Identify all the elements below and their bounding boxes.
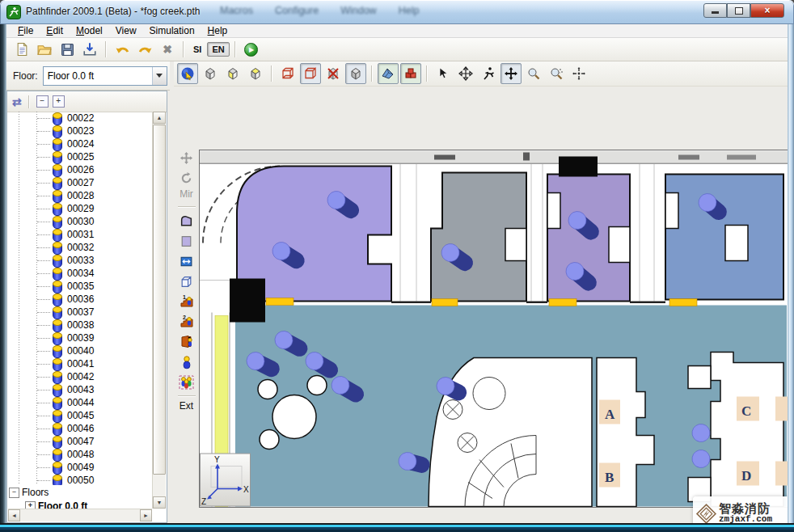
obstruction-block[interactable] xyxy=(559,157,598,177)
tree-item-occupant[interactable]: 00039 xyxy=(8,331,152,344)
save-button[interactable] xyxy=(57,39,78,60)
tree-item-occupant[interactable]: 00037 xyxy=(8,306,152,319)
add-occupant-two-tool[interactable]: 2 xyxy=(176,312,197,331)
tree-item-occupant[interactable]: 00030 xyxy=(8,215,152,228)
menu-file[interactable]: File xyxy=(11,25,40,36)
tree-item-occupant[interactable]: 00025 xyxy=(8,150,152,163)
tree-item-occupant[interactable]: 00022 xyxy=(8,112,152,125)
occupant-icon xyxy=(53,293,62,306)
show-objects-button[interactable] xyxy=(400,63,421,84)
simulate-walk-button[interactable] xyxy=(478,63,499,84)
wireframe-button[interactable] xyxy=(277,63,298,84)
delete-button[interactable]: ✖ xyxy=(157,39,178,60)
minimize-button[interactable] xyxy=(703,3,727,18)
undo-button[interactable] xyxy=(112,39,133,60)
menu-help[interactable]: Help xyxy=(201,25,234,36)
tree-item-occupant[interactable]: 00038 xyxy=(8,319,152,331)
tree-item-occupant[interactable]: 00024 xyxy=(8,137,152,150)
tree-item-occupant[interactable]: 00043 xyxy=(8,383,152,396)
redo-button[interactable] xyxy=(134,39,155,60)
door-tool[interactable] xyxy=(176,251,197,271)
tree-item-occupant[interactable]: 00040 xyxy=(8,344,152,357)
outline-button[interactable] xyxy=(300,63,321,84)
expand-all-button[interactable]: + xyxy=(53,95,65,108)
pan-tool-button[interactable] xyxy=(500,63,522,84)
close-button[interactable]: × xyxy=(750,3,784,18)
scroll-up-arrow[interactable]: ▲ xyxy=(153,112,166,124)
stairs-prism-tool[interactable] xyxy=(176,272,197,291)
select-tool-button[interactable] xyxy=(433,63,454,84)
new-file-button[interactable] xyxy=(11,39,32,60)
tree-item-occupant[interactable]: 00045 xyxy=(8,409,152,422)
units-en-button[interactable]: EN xyxy=(207,42,229,57)
move-disabled-button[interactable] xyxy=(176,148,197,167)
extract-button[interactable]: Ext xyxy=(179,400,193,415)
menu-edit[interactable]: Edit xyxy=(40,25,70,36)
menu-model[interactable]: Model xyxy=(70,25,109,36)
tree-item-occupant[interactable]: 00041 xyxy=(8,357,152,370)
tree-item-occupant[interactable]: 00049 xyxy=(8,461,152,474)
tree-item-occupant[interactable]: 00028 xyxy=(8,189,152,202)
room-blue[interactable] xyxy=(665,175,783,300)
exit-door-occupant-tool[interactable] xyxy=(176,332,197,352)
tree-item-occupant[interactable]: 00047 xyxy=(8,435,152,448)
floor-select[interactable]: Floor 0.0 ft xyxy=(43,66,167,86)
units-si-button[interactable]: SI xyxy=(189,43,205,56)
perspective-view-button[interactable] xyxy=(177,63,198,84)
tree-item-occupant[interactable]: 00023 xyxy=(8,125,152,137)
tree-item-occupant[interactable]: 00044 xyxy=(8,396,152,409)
refresh-filter-icon[interactable]: ⇄ xyxy=(12,95,22,108)
tree-item-occupant[interactable]: 00036 xyxy=(8,293,152,306)
move-objects-button[interactable] xyxy=(455,63,476,84)
menu-simulation[interactable]: Simulation xyxy=(143,25,201,36)
tree-item-occupant[interactable]: 00035 xyxy=(8,280,152,293)
obstruction-block[interactable] xyxy=(230,279,265,323)
tree-horizontal-scrollbar[interactable]: ◄ ► xyxy=(8,509,152,521)
tree-item-occupant[interactable]: 00048 xyxy=(8,448,152,461)
tree-item-occupant[interactable]: 00026 xyxy=(8,163,152,176)
show-solid-button[interactable] xyxy=(345,63,366,84)
hide-solid-button[interactable] xyxy=(323,63,344,84)
tree-vertical-scrollbar[interactable]: ▲ ▼ xyxy=(152,112,166,509)
tree-item-floors[interactable]: − Floors xyxy=(9,486,49,499)
zoom-tool-button[interactable] xyxy=(523,63,544,84)
tree-item-occupant[interactable]: 00027 xyxy=(8,176,152,189)
title-bar[interactable]: Pathfinder 2009.1 (Beta) - *fog creek.pt… xyxy=(0,0,794,25)
tree-item-occupant[interactable]: 00029 xyxy=(8,202,152,215)
collapse-all-button[interactable]: − xyxy=(36,95,49,108)
tree-guide-line xyxy=(36,112,37,485)
tree-item-occupant[interactable]: 00034 xyxy=(8,267,152,280)
chevron-down-icon[interactable] xyxy=(152,67,167,85)
top-view-button[interactable] xyxy=(200,63,221,84)
front-view-button[interactable] xyxy=(222,63,243,84)
zoom-target-button[interactable] xyxy=(568,63,589,84)
scroll-left-arrow[interactable]: ◄ xyxy=(8,509,20,521)
add-occupant-one-tool[interactable]: 1 xyxy=(176,292,197,311)
tree-item-occupant[interactable]: 00050 xyxy=(8,474,152,485)
rectangle-room-tool[interactable] xyxy=(176,231,197,251)
open-file-button[interactable] xyxy=(34,39,55,60)
run-simulation-button[interactable]: ▶ xyxy=(241,39,262,60)
tree-item-occupant[interactable]: 00042 xyxy=(8,370,152,383)
tree-item-occupant[interactable]: 00031 xyxy=(8,228,152,241)
collapse-box-icon[interactable]: − xyxy=(9,488,19,498)
tree-item-occupant[interactable]: 00046 xyxy=(8,422,152,435)
polygon-room-tool[interactable] xyxy=(176,211,197,230)
show-terrain-button[interactable] xyxy=(378,63,399,84)
model-canvas[interactable]: A B C D Y xyxy=(199,150,789,508)
mirror-button[interactable]: Mir xyxy=(179,188,193,203)
scrollbar-thumb[interactable] xyxy=(153,125,166,475)
tree-item-occupant[interactable]: 00032 xyxy=(8,241,152,254)
scroll-down-arrow[interactable]: ▼ xyxy=(153,496,166,509)
menu-view[interactable]: View xyxy=(109,25,143,36)
tree-item-occupant[interactable]: 00033 xyxy=(8,254,152,267)
import-button[interactable] xyxy=(79,39,100,60)
rotate-disabled-button[interactable] xyxy=(176,168,197,188)
scroll-right-arrow[interactable]: ► xyxy=(140,509,152,521)
occupant-group-tool[interactable] xyxy=(176,373,197,392)
side-view-button[interactable] xyxy=(245,63,266,84)
single-occupant-tool[interactable] xyxy=(176,353,197,372)
maximize-button[interactable] xyxy=(727,3,750,18)
zoom-fit-button[interactable] xyxy=(546,63,567,84)
occupant-icon xyxy=(53,371,62,383)
